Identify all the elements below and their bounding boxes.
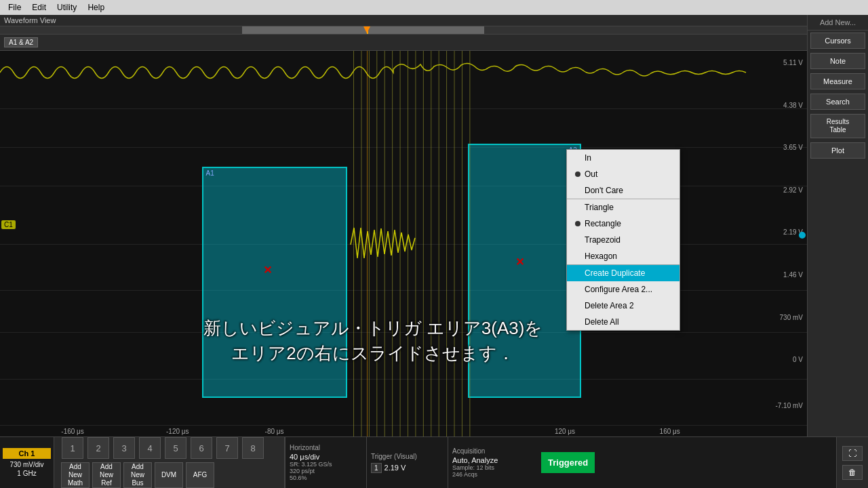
v-label-6: 1.46 V <box>783 271 803 279</box>
trigger-ch-badge: 1 <box>371 463 382 473</box>
ctx-item-hexagon[interactable]: Hexagon <box>567 248 679 264</box>
v-label-4: 2.92 V <box>783 186 803 193</box>
ctx-item-create-duplicate[interactable]: Create Duplicate <box>567 265 679 281</box>
menu-bar: File Edit Utility Help <box>0 0 868 15</box>
ctx-dot-triangle <box>575 205 580 210</box>
waveform-main: Waveform View A1 & A2 ▼ <box>0 15 807 436</box>
area1-cross: ✕ <box>263 264 272 277</box>
v-marker <box>799 232 806 239</box>
t-label-1: -160 μs <box>61 428 84 435</box>
main-content: Waveform View A1 & A2 ▼ <box>0 15 868 436</box>
ctx-item-out[interactable]: Out <box>567 166 679 182</box>
measure-button[interactable]: Measure <box>810 73 865 89</box>
v-label-3: 3.65 V <box>783 144 803 151</box>
t-label-4: 120 μs <box>555 428 575 435</box>
ctx-dot-dontcare <box>575 188 580 193</box>
ch-info: Ch 1 730 mV/div 1 GHz <box>0 437 54 488</box>
waveform-canvas[interactable]: A1 ✕ A2 ✕ <box>0 51 807 436</box>
icons-area: ⛶ 🗑 <box>836 437 868 488</box>
triggered-button[interactable]: Triggered <box>541 452 595 473</box>
ctx-dot-out <box>575 171 580 177</box>
cyan-region-a2[interactable]: A2 ✕ <box>468 144 581 399</box>
ch-btn-1[interactable]: 1 <box>62 437 83 459</box>
ch-name-badge[interactable]: Ch 1 <box>3 448 51 459</box>
note-button[interactable]: Note <box>810 53 865 69</box>
ctx-item-trapezoid[interactable]: Trapezoid <box>567 232 679 248</box>
menu-help[interactable]: Help <box>82 1 110 14</box>
ch-btn-7[interactable]: 7 <box>216 437 238 459</box>
ch-btn-4[interactable]: 4 <box>139 437 161 459</box>
ch-btn-2[interactable]: 2 <box>87 437 109 459</box>
waveform-view-label: Waveform View <box>0 15 807 26</box>
trigger-arrow <box>363 26 370 33</box>
ctx-dot-create-dup <box>575 270 580 276</box>
v-label-7: 730 mV <box>780 313 803 321</box>
ctx-item-configure-area2[interactable]: Configure Area 2... <box>567 281 679 298</box>
add-bus-button[interactable]: Add New Bus <box>123 462 152 488</box>
v-label-8: 0 V <box>793 356 803 363</box>
ctx-dot-delete-all <box>575 319 580 325</box>
ch-btn-8[interactable]: 8 <box>242 437 264 459</box>
v-label-1: 5.11 V <box>783 59 803 66</box>
trigger-status: Trigger (Visual) 1 2.19 V <box>366 437 448 488</box>
menu-utility[interactable]: Utility <box>52 1 82 14</box>
right-panel: Add New... Cursors Note Measure Search R… <box>807 15 868 436</box>
ctx-item-rectangle[interactable]: Rectangle <box>567 216 679 232</box>
ch-ghz-label: 1 GHz <box>17 470 36 477</box>
plot-button[interactable]: Plot <box>810 142 865 159</box>
ctx-item-in[interactable]: In <box>567 150 679 166</box>
v-label-2: 4.38 V <box>783 101 803 108</box>
context-menu: In Out Don't Care Triangle <box>566 149 680 331</box>
yellow-burst <box>347 224 476 321</box>
afg-button[interactable]: AFG <box>186 462 214 488</box>
ctx-dot-in <box>575 155 580 161</box>
ctx-dot-trapezoid <box>575 237 580 243</box>
trigger-voltage: 2.19 V <box>384 464 406 472</box>
menu-edit[interactable]: Edit <box>26 1 52 14</box>
cyan-region-a1[interactable]: A1 ✕ <box>202 167 347 398</box>
search-button[interactable]: Search <box>810 94 865 110</box>
ch-btn-5[interactable]: 5 <box>165 437 186 459</box>
results-table-button[interactable]: ResultsTable <box>810 114 865 138</box>
ctx-dot-delete-a2 <box>575 303 580 308</box>
add-math-button[interactable]: Add New Math <box>61 462 90 488</box>
ctx-item-delete-area2[interactable]: Delete Area 2 <box>567 298 679 314</box>
ctx-dot-hexagon <box>575 253 580 259</box>
cursors-button[interactable]: Cursors <box>810 33 865 49</box>
ctx-dot-configure <box>575 287 580 292</box>
ctx-item-dontcare[interactable]: Don't Care <box>567 182 679 199</box>
acquisition-status: Acquisition Auto, Analyze Sample: 12 bit… <box>448 437 536 488</box>
horizontal-status: Horizontal 40 μs/div SR: 3.125 GS/s 320 … <box>285 437 366 488</box>
ctx-item-triangle[interactable]: Triangle <box>567 199 679 216</box>
ctx-dot-rectangle <box>575 221 580 226</box>
ctx-item-delete-all[interactable]: Delete All <box>567 314 679 330</box>
add-new-button[interactable]: Add New... <box>808 15 868 30</box>
channel-badge[interactable]: A1 & A2 <box>4 37 38 47</box>
app: File Edit Utility Help Waveform View <box>0 0 868 488</box>
fullscreen-icon[interactable]: ⛶ <box>842 446 863 461</box>
waveform-toolbar: A1 & A2 ▼ <box>0 35 807 51</box>
add-ref-button[interactable]: Add New Ref <box>92 462 121 488</box>
c1-label: C1 <box>1 220 16 229</box>
area1-label: A1 <box>206 169 214 177</box>
delete-icon[interactable]: 🗑 <box>842 465 863 480</box>
t-label-5: 160 μs <box>660 428 680 435</box>
menu-file[interactable]: File <box>3 1 26 14</box>
dvm-button[interactable]: DVM <box>155 462 183 488</box>
ch-mv-label: 730 mV/div <box>9 461 43 468</box>
t-label-3: -80 μs <box>265 428 284 435</box>
scroll-bar[interactable] <box>0 26 807 35</box>
ch-btn-6[interactable]: 6 <box>191 437 212 459</box>
ch-btn-3[interactable]: 3 <box>113 437 135 459</box>
cursor-line <box>367 51 368 436</box>
t-label-2: -120 μs <box>166 428 189 435</box>
area2-cross: ✕ <box>515 256 524 268</box>
v-label-9: -7.10 mV <box>775 402 803 409</box>
